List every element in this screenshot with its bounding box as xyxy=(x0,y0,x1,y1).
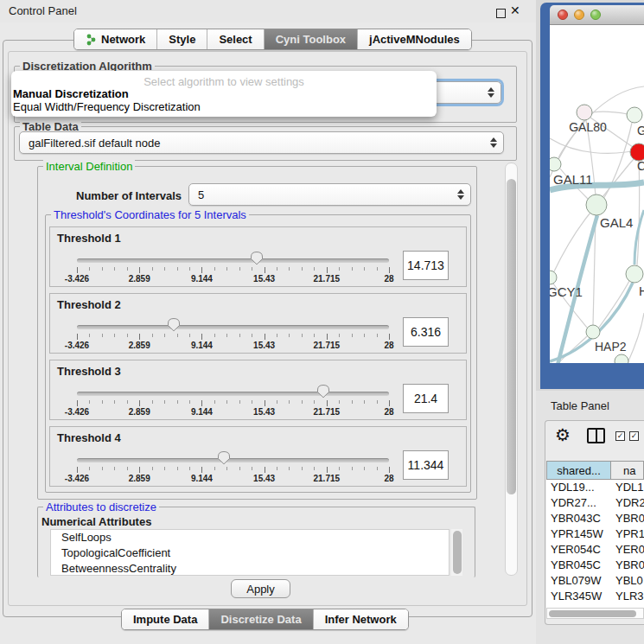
threshold-slider-handle[interactable] xyxy=(217,450,231,465)
table-row[interactable]: YDL19...YDL1 xyxy=(546,480,644,495)
checkbox-checked-icon[interactable]: ✓ xyxy=(615,431,625,441)
threshold-value-input[interactable]: 14.713 xyxy=(403,251,449,280)
slider-tick xyxy=(164,267,165,271)
column-header-shared[interactable]: shared... xyxy=(546,461,611,480)
cell-shared-name: YBR045C xyxy=(546,558,611,573)
num-intervals-combo[interactable]: 5 xyxy=(188,183,471,206)
slider-tick xyxy=(214,267,215,271)
panel-vertical-scrollbar[interactable] xyxy=(505,163,518,576)
algorithm-option-equal-width[interactable]: Equal Width/Frequency Discretization xyxy=(13,100,428,113)
slider-tick xyxy=(239,334,240,337)
slider-tick xyxy=(265,467,265,473)
slider-tick xyxy=(127,467,128,470)
cell-shared-name: YBL079W xyxy=(546,573,611,589)
slider-tick xyxy=(214,334,215,337)
network-node[interactable] xyxy=(615,354,628,363)
slider-tick xyxy=(139,400,140,406)
tab-discretize-data[interactable]: Discretize Data xyxy=(208,609,312,629)
network-canvas[interactable]: GAL80GACGAL11GAL4GCY1HHAP2 xyxy=(550,25,644,363)
threshold-value-input[interactable]: 11.344 xyxy=(403,450,449,480)
slider-tick xyxy=(201,267,202,273)
minimize-light[interactable] xyxy=(574,10,584,20)
threshold-value-input[interactable]: 21.4 xyxy=(403,384,449,413)
table-data-combo[interactable]: galFiltered.sif default node xyxy=(19,131,504,154)
threshold-value-input[interactable]: 6.316 xyxy=(403,317,449,347)
tab-label: Style xyxy=(169,33,195,46)
threshold-slider-handle[interactable] xyxy=(250,251,264,265)
tab-style[interactable]: Style xyxy=(156,29,207,49)
tab-network[interactable]: Network xyxy=(74,29,156,49)
apply-button[interactable]: Apply xyxy=(231,579,290,598)
slider-tick xyxy=(314,467,315,470)
threshold-slider-handle[interactable] xyxy=(167,317,181,332)
network-view-window[interactable]: GAL80GACGAL11GAL4GCY1HHAP2 xyxy=(540,3,644,389)
threshold-slider-track[interactable] xyxy=(77,392,389,396)
table-horizontal-scrollbar-thumb[interactable] xyxy=(549,610,636,617)
slider-tick xyxy=(389,467,390,473)
network-node-ga[interactable] xyxy=(627,107,642,123)
checkbox-checked-icon[interactable]: ✓ xyxy=(629,431,639,441)
tab-infer-network[interactable]: Infer Network xyxy=(313,609,408,629)
slider-tick xyxy=(152,400,153,404)
table-row[interactable]: YDR27...YDR2 xyxy=(546,495,644,511)
control-panel-title: Control Panel xyxy=(9,4,77,17)
table-row[interactable]: YBL079WYBL0 xyxy=(546,573,644,589)
slider-tick xyxy=(114,467,115,470)
gear-icon[interactable]: ⚙ xyxy=(555,426,571,443)
numerical-attributes-heading: Numerical Attributes xyxy=(41,515,151,528)
tab-cyni-toolbox[interactable]: Cyni Toolbox xyxy=(264,29,357,49)
attributes-list-scrollbar[interactable] xyxy=(451,529,462,576)
slider-tick xyxy=(352,467,353,470)
slider-tick xyxy=(364,267,365,271)
slider-tick xyxy=(252,267,252,271)
slider-tick xyxy=(214,467,215,470)
table-row[interactable]: YPR145WYPR1 xyxy=(546,526,644,542)
attribute-list-item[interactable]: TopologicalCoefficient xyxy=(51,545,449,561)
tab-select[interactable]: Select xyxy=(207,29,263,49)
threshold-slider-track[interactable] xyxy=(77,325,389,329)
float-panel-icon[interactable] xyxy=(496,9,506,18)
slider-tick xyxy=(102,267,103,271)
tab-impute-data[interactable]: Impute Data xyxy=(122,609,208,629)
algorithm-option-manual[interactable]: Manual Discretization xyxy=(13,87,428,100)
network-node-gal80[interactable] xyxy=(577,105,592,120)
network-node-gal4[interactable] xyxy=(586,194,607,215)
tab-jactivemnodules[interactable]: jActiveMNodules xyxy=(357,29,471,49)
tab-label: Network xyxy=(101,33,145,46)
panel-vertical-scrollbar-thumb[interactable] xyxy=(507,179,516,494)
table-row[interactable]: YBR043CYBR0 xyxy=(546,511,644,526)
column-header-name[interactable]: na xyxy=(611,461,644,480)
network-node-c[interactable] xyxy=(630,143,644,161)
attribute-list-item[interactable]: BetweennessCentrality xyxy=(51,561,449,576)
slider-tick xyxy=(77,334,78,340)
cell-shared-name: YER054C xyxy=(546,542,611,558)
threshold-slider-track[interactable] xyxy=(77,258,389,263)
threshold-panel-2: Threshold 2-3.4262.8599.14415.4321.71528… xyxy=(49,293,467,354)
table-row[interactable]: YLR345WYLR3 xyxy=(546,589,644,604)
control-panel-titlebar: Control Panel ✕ xyxy=(0,0,536,22)
close-light[interactable] xyxy=(558,10,568,20)
cell-shared-name: YBR043C xyxy=(546,511,611,526)
slider-tick xyxy=(389,400,390,406)
threshold-slider-track[interactable] xyxy=(77,458,389,462)
split-columns-icon[interactable] xyxy=(587,428,605,443)
table-row[interactable]: YER054CYER0 xyxy=(546,542,644,558)
cell-shared-name: YDL19... xyxy=(546,480,611,495)
network-node-gal11[interactable] xyxy=(550,157,561,171)
slider-tick xyxy=(377,400,378,404)
network-node-h[interactable] xyxy=(626,265,643,283)
close-panel-icon[interactable]: ✕ xyxy=(510,3,520,17)
slider-tick xyxy=(77,400,78,406)
attribute-list-item[interactable]: SelfLoops xyxy=(51,530,449,545)
network-window-titlebar[interactable] xyxy=(550,5,644,25)
slider-tick xyxy=(239,400,240,404)
tab-label: Discretize Data xyxy=(220,613,301,626)
network-node-hap2[interactable] xyxy=(586,325,600,339)
table-row[interactable]: YBR045CYBR0 xyxy=(546,558,644,573)
threshold-slider-handle[interactable] xyxy=(316,384,330,399)
table-horizontal-scrollbar[interactable] xyxy=(546,608,644,619)
cell-name: YER0 xyxy=(611,542,644,558)
attributes-list-scrollbar-thumb[interactable] xyxy=(453,531,462,574)
zoom-light[interactable] xyxy=(590,10,601,20)
network-node-gcy1[interactable] xyxy=(550,271,557,284)
